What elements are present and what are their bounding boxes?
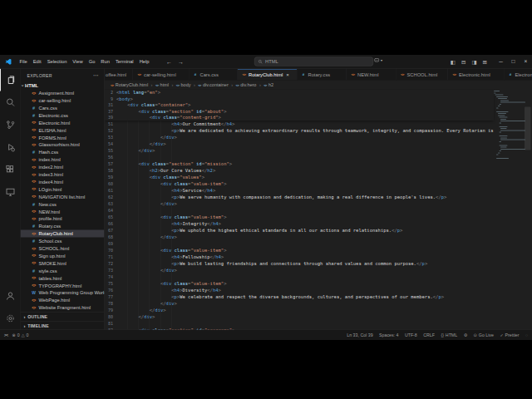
explorer-icon[interactable] [0, 69, 20, 91]
file-item[interactable]: <>NAVIGATION list.html [21, 193, 105, 200]
status-spaces-4[interactable]: Spaces: 4 [379, 332, 398, 337]
source-control-icon[interactable] [0, 114, 20, 136]
command-center-search[interactable]: HTML [254, 57, 373, 66]
explorer-more-actions-icon[interactable]: ⋯ [93, 72, 99, 79]
tab-RotaryClub.html[interactable]: <>RotaryClub.html× [238, 69, 298, 81]
file-item[interactable]: <>Glassmorhism.html [21, 141, 105, 149]
remote-explorer-icon[interactable] [0, 181, 20, 204]
breadcrumb-item[interactable]: <>html [155, 82, 169, 87]
menu-view[interactable]: View [70, 55, 86, 68]
toggle-panel-icon[interactable]: ⊟ [461, 58, 466, 65]
customize-layout-icon[interactable]: ⊞ [483, 58, 487, 65]
file-item[interactable]: <>RotaryClub.html [21, 230, 105, 238]
file-item[interactable]: <>Electronic.html [21, 119, 105, 126]
file-item[interactable]: #Rotary.css [21, 223, 105, 230]
tab-NEW.html[interactable]: <>NEW.html [347, 69, 397, 81]
status-crlf[interactable]: CRLF [423, 332, 435, 337]
explorer-title: EXPLORER [27, 73, 52, 78]
file-item[interactable]: #style.css [21, 267, 105, 274]
file-item[interactable]: <>NEW.html [21, 208, 105, 215]
status-ln-33-col-39[interactable]: Ln 33, Col 39 [347, 332, 372, 337]
settings-icon[interactable] [0, 308, 20, 330]
file-item[interactable]: <>car-selling.html [21, 96, 105, 104]
file-name: SMOKE.html [39, 261, 66, 266]
file-item[interactable]: #School.css [21, 237, 105, 244]
tab-Electronic.c[interactable]: #Electronic.c [505, 69, 532, 81]
file-item[interactable]: <>WebPage.html [21, 297, 105, 304]
search-icon[interactable] [0, 91, 20, 114]
file-item[interactable]: <>Assignment.html [21, 90, 105, 97]
toggle-sidebar-icon[interactable]: ◧ [451, 58, 456, 65]
breadcrumb-item[interactable]: <>h2 [264, 82, 273, 87]
html-file-icon: <> [32, 261, 37, 265]
file-item[interactable]: <>index2.html [21, 163, 105, 170]
breadcrumb-item[interactable]: <>div.hero [236, 82, 257, 87]
file-item[interactable]: <>Website Frangment.html [21, 304, 105, 312]
breadcrumb-item[interactable]: <>body [176, 82, 191, 87]
status-bell[interactable]: ◌ [525, 332, 528, 337]
menu-run[interactable]: Run [98, 55, 113, 68]
file-item[interactable]: <>ELISHA.html [21, 126, 105, 134]
file-item[interactable]: <>index.html [21, 156, 105, 164]
close-icon[interactable]: × [286, 71, 289, 77]
menu-edit[interactable]: Edit [30, 55, 44, 68]
tab-Rotary.css[interactable]: #Rotary.css [298, 69, 347, 81]
toggle-secondary-sidebar-icon[interactable]: ◨ [471, 58, 476, 65]
section-outline[interactable]: ›OUTLINE [21, 313, 105, 322]
file-item[interactable]: <>index4.html [21, 178, 105, 185]
file-item[interactable]: #Cars.css [21, 104, 105, 111]
scrollbar-thumb[interactable] [525, 107, 531, 150]
file-item[interactable]: <>TYPOGRAPHY.html [21, 282, 105, 289]
file-item[interactable]: <>tables.html [21, 274, 105, 282]
file-name: Cars.css [39, 106, 57, 111]
tab-Cars.css[interactable]: #Cars.css [190, 69, 239, 81]
menu-terminal[interactable]: Terminal [112, 55, 136, 68]
code-editor[interactable]: 51 <h4>Our Commitment</h4>52 <p>We are d… [105, 90, 532, 330]
root-folder[interactable]: › HTML [21, 82, 105, 90]
status-utf-8[interactable]: UTF-8 [405, 332, 417, 337]
file-item[interactable]: WWeb Programming Group Work... [21, 289, 105, 297]
back-button[interactable]: ← [166, 58, 172, 65]
status-gear[interactable]: ⚙ [464, 332, 467, 337]
code-line: 72 <p>We build lasting friendships and c… [105, 260, 494, 267]
tab-car-selling.html[interactable]: <>car-selling.html [133, 69, 190, 81]
file-item[interactable]: <>SMOKE.html [21, 259, 105, 267]
file-item[interactable]: <>SCHOOL.html [21, 244, 105, 252]
run-debug-icon[interactable] [0, 136, 20, 159]
file-item[interactable]: <>LOgin.html [21, 185, 105, 193]
close-button[interactable]: × [520, 55, 532, 68]
menu-file[interactable]: File [17, 55, 30, 68]
section-timeline[interactable]: ›TIMELINE [21, 321, 105, 330]
tab-Electronic.html[interactable]: <>Electronic.html [448, 69, 505, 81]
copilot-button[interactable]: ▾ [374, 58, 382, 63]
status-html[interactable]: {}HTML [441, 332, 457, 337]
extensions-icon[interactable] [0, 159, 20, 181]
breadcrumb-item[interactable]: <>RotaryClub.html [111, 82, 148, 87]
file-item[interactable]: #Electronic.css [21, 111, 105, 119]
maximize-button[interactable]: □ [507, 55, 520, 68]
minimize-button[interactable]: ─ [495, 55, 507, 68]
vscode-logo-icon [0, 58, 17, 66]
css-file-icon: # [32, 150, 37, 155]
remote-indicator[interactable]: >< [4, 332, 8, 337]
status-go-live[interactable]: ⊙Go Live [474, 332, 494, 337]
tab-offee.html[interactable]: offee.html [105, 69, 133, 81]
status-prettier[interactable]: ✓Prettier [500, 332, 519, 337]
file-item[interactable]: <>FORMS.html [21, 134, 105, 141]
file-item[interactable]: <>index3.html [21, 170, 105, 178]
file-item[interactable]: <>Sign up.html [21, 252, 105, 259]
menu-help[interactable]: Help [136, 55, 152, 68]
file-item[interactable]: #New.css [21, 200, 105, 208]
code-line: 70 <div class="value-item"> [105, 247, 494, 254]
breadcrumb-item[interactable]: <>div.container [198, 82, 228, 87]
file-name: Rotary.css [39, 224, 62, 229]
file-item[interactable]: #Hash.css [21, 149, 105, 156]
problems-indicator[interactable]: ⊗0 △0 [12, 332, 29, 337]
minimap[interactable] [494, 91, 521, 160]
file-item[interactable]: <>profile.html [21, 215, 105, 223]
forward-button[interactable]: → [178, 58, 184, 65]
menu-selection[interactable]: Selection [44, 55, 70, 68]
menu-go[interactable]: Go [86, 55, 98, 68]
tab-SCHOOL.html[interactable]: <>SCHOOL.html [397, 69, 449, 81]
account-icon[interactable] [0, 285, 20, 308]
